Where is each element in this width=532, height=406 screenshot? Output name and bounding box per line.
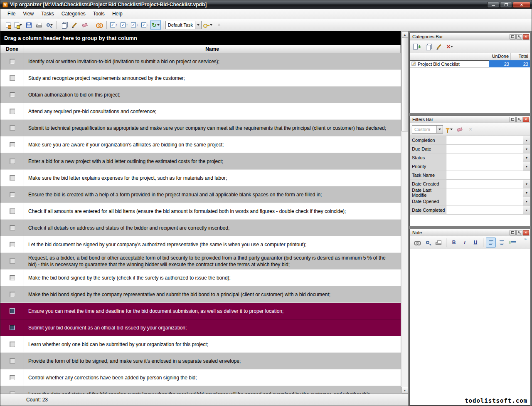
panel-restore-button[interactable] bbox=[510, 117, 516, 122]
edit-task-button[interactable] bbox=[69, 20, 79, 30]
insert-link-button[interactable] bbox=[412, 238, 422, 248]
task-checkbox[interactable] bbox=[10, 158, 15, 164]
menu-item[interactable]: Categories bbox=[58, 10, 89, 18]
task-row[interactable]: Control whether any corrections have bee… bbox=[0, 369, 401, 386]
add-category-button[interactable] bbox=[412, 42, 422, 52]
align-center-button[interactable] bbox=[497, 238, 507, 248]
filter-value-field[interactable]: ▼ bbox=[446, 206, 530, 214]
bullet-list-button[interactable] bbox=[507, 238, 517, 248]
task-checkbox[interactable] bbox=[10, 59, 15, 64]
minimize-button[interactable] bbox=[487, 2, 499, 8]
menu-item[interactable]: View bbox=[19, 10, 37, 18]
task-row[interactable]: Check if all details on address and stat… bbox=[0, 220, 401, 236]
task-row[interactable]: Ensure the bid is created with a help of… bbox=[0, 186, 401, 203]
filter-value-field[interactable]: ▼ bbox=[446, 197, 530, 205]
print-button[interactable] bbox=[34, 20, 44, 30]
task-checkbox[interactable] bbox=[10, 342, 15, 347]
delete-task-button[interactable]: × bbox=[214, 20, 224, 30]
task-checkbox[interactable] bbox=[10, 308, 15, 314]
scrollbar-thumb[interactable] bbox=[401, 38, 408, 131]
task-row[interactable]: Let the bid document be signed by your c… bbox=[0, 236, 401, 253]
task-checkbox[interactable] bbox=[10, 75, 15, 81]
close-filter-button[interactable]: × bbox=[466, 124, 475, 134]
column-header-done[interactable]: Done bbox=[0, 45, 24, 53]
task-checkbox[interactable] bbox=[10, 192, 15, 197]
task-checkbox[interactable] bbox=[10, 275, 15, 280]
apply-filter-button[interactable] bbox=[444, 124, 454, 134]
copy-button[interactable] bbox=[59, 20, 69, 30]
bold-button[interactable]: B bbox=[449, 238, 459, 248]
clear-button[interactable] bbox=[80, 20, 90, 30]
task-checkbox[interactable] bbox=[10, 375, 15, 380]
task-row[interactable]: Ensure you can meet the time and deadlin… bbox=[0, 303, 401, 319]
task-checkbox[interactable] bbox=[10, 109, 15, 114]
complete-task-button[interactable]: ✓↑ bbox=[109, 20, 119, 30]
print-preview-button[interactable] bbox=[44, 20, 54, 30]
category-name-cell[interactable]: Project Bid Checklist bbox=[410, 60, 489, 67]
task-type-combo[interactable]: Default Task bbox=[165, 21, 202, 29]
zoom-button[interactable] bbox=[423, 238, 433, 248]
task-row[interactable]: Learn whether only one bid can be submit… bbox=[0, 336, 401, 353]
task-checkbox[interactable] bbox=[10, 175, 15, 181]
scroll-down-button[interactable]: ▼ bbox=[401, 387, 408, 394]
groupby-hint-bar[interactable]: Drag a column header here to group by th… bbox=[0, 31, 401, 45]
align-left-button[interactable] bbox=[486, 238, 496, 248]
task-checkbox[interactable] bbox=[10, 358, 15, 364]
refresh-toggle-button[interactable]: ↻ bbox=[150, 20, 161, 30]
menu-item[interactable]: Help bbox=[108, 10, 126, 18]
task-row[interactable]: Make sure you are aware if your organiza… bbox=[0, 136, 401, 153]
print-note-button[interactable] bbox=[433, 238, 443, 248]
move-task-down-button[interactable]: ✓↓ bbox=[140, 20, 150, 30]
delete-category-button[interactable] bbox=[445, 42, 455, 52]
chevron-down-icon[interactable]: ▼ bbox=[523, 153, 530, 162]
task-checkbox[interactable] bbox=[10, 92, 15, 97]
column-header-total[interactable]: Total bbox=[511, 53, 530, 60]
task-checkbox[interactable] bbox=[10, 125, 15, 131]
close-button[interactable]: × bbox=[513, 2, 530, 8]
note-content[interactable] bbox=[410, 249, 530, 405]
task-row[interactable]: Enter a bid for a new project with a bid… bbox=[0, 153, 401, 170]
task-checkbox[interactable] bbox=[10, 208, 15, 214]
menu-item[interactable]: Tools bbox=[89, 10, 108, 18]
add-subcategory-button[interactable] bbox=[423, 42, 433, 52]
panel-close-button[interactable]: × bbox=[523, 117, 529, 122]
italic-button[interactable]: I bbox=[460, 238, 470, 248]
panel-pin-button[interactable] bbox=[516, 117, 522, 122]
panel-close-button[interactable]: × bbox=[523, 34, 529, 40]
filter-value-field[interactable]: ▼ bbox=[446, 188, 530, 197]
column-header-undone[interactable]: UnDone bbox=[489, 53, 511, 60]
task-row[interactable]: Provide the form of bid to be signed, an… bbox=[0, 353, 401, 369]
chevron-down-icon[interactable]: ▼ bbox=[523, 197, 530, 205]
task-row[interactable]: Attend any required pre-bid consultation… bbox=[0, 103, 401, 120]
filter-preset-dropdown-button[interactable] bbox=[436, 126, 443, 133]
chevron-down-icon[interactable]: ▼ bbox=[523, 206, 530, 214]
vertical-scrollbar[interactable]: ▲ ▼ bbox=[401, 31, 408, 394]
task-row[interactable]: Request, as a bidder, a bid bond or othe… bbox=[0, 253, 401, 270]
panel-close-button[interactable]: × bbox=[523, 230, 529, 235]
menu-item[interactable]: Tasks bbox=[37, 10, 58, 18]
task-row[interactable]: Obtain authorization to bid on this proj… bbox=[0, 87, 401, 103]
task-row[interactable]: Study and recognize project requirements… bbox=[0, 70, 401, 87]
panel-restore-button[interactable] bbox=[510, 230, 516, 235]
task-row[interactable]: Make the bid bond signed by the company … bbox=[0, 286, 401, 303]
filter-preset-combo[interactable]: Custom bbox=[412, 125, 443, 134]
column-header-name[interactable]: Name bbox=[24, 45, 401, 53]
customize-task-types-button[interactable] bbox=[202, 20, 214, 30]
task-row[interactable]: Submit your bid document as an official … bbox=[0, 319, 401, 336]
chevron-down-icon[interactable]: ▼ bbox=[523, 188, 530, 197]
task-checkbox[interactable] bbox=[10, 225, 15, 230]
filter-value-field[interactable]: ▼ bbox=[446, 180, 530, 188]
move-task-up-button[interactable]: ✓↓ bbox=[130, 20, 140, 30]
chevron-down-icon[interactable]: ▼ bbox=[523, 180, 530, 188]
edit-category-button[interactable] bbox=[434, 42, 444, 52]
task-row[interactable]: Make the bid bond signed by the surety (… bbox=[0, 270, 401, 286]
chevron-down-icon[interactable]: ▼ bbox=[523, 145, 530, 153]
panel-restore-button[interactable] bbox=[510, 34, 516, 40]
task-row[interactable]: Identify oral or written invitation-to-b… bbox=[0, 53, 401, 70]
task-checkbox[interactable] bbox=[10, 242, 15, 247]
task-checkbox[interactable] bbox=[10, 325, 15, 330]
save-button[interactable] bbox=[24, 20, 34, 30]
filter-value-field[interactable]: ▼ bbox=[446, 153, 530, 162]
filter-value-field[interactable]: ▼ bbox=[446, 136, 530, 144]
underline-button[interactable]: U bbox=[470, 238, 480, 248]
